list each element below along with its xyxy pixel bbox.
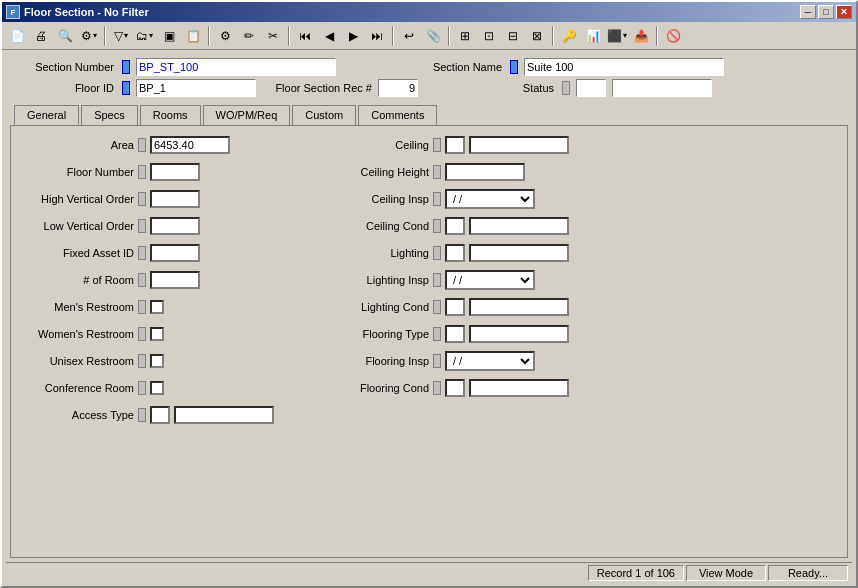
tb-sep-2 <box>208 26 210 46</box>
record-status: Record 1 of 106 <box>588 565 684 581</box>
tb-undo-button[interactable]: ↩ <box>398 25 420 47</box>
tab-general[interactable]: General <box>14 105 79 125</box>
tb-report-button[interactable]: 📊 <box>582 25 604 47</box>
tb-form-button[interactable]: ▣ <box>158 25 180 47</box>
ceiling-insp-select[interactable]: / / <box>445 189 535 209</box>
low-vertical-input[interactable] <box>150 217 200 235</box>
close-button[interactable]: ✕ <box>836 5 852 19</box>
status-input2[interactable] <box>612 79 712 97</box>
tb-edit-button[interactable]: ✏ <box>238 25 260 47</box>
status-input1[interactable] <box>576 79 606 97</box>
ceiling-cond-input1[interactable] <box>445 217 465 235</box>
tb-print-button[interactable]: 🖨 <box>30 25 52 47</box>
area-input[interactable] <box>150 136 230 154</box>
section-number-label: Section Number <box>14 61 114 73</box>
low-vertical-label: Low Vertical Order <box>19 220 134 232</box>
tab-content-general: Area Floor Number High Vertical Order <box>10 125 848 558</box>
form-row-flooring-cond: Flooring Cond <box>314 377 569 399</box>
mens-restroom-checkbox[interactable] <box>150 300 164 314</box>
maximize-button[interactable]: □ <box>818 5 834 19</box>
fixed-asset-input[interactable] <box>150 244 200 262</box>
tb-attach-button[interactable]: 📎 <box>422 25 444 47</box>
ceiling-cond-input2[interactable] <box>469 217 569 235</box>
ceiling-height-indicator <box>433 165 441 179</box>
num-rooms-indicator <box>138 273 146 287</box>
flooring-type-input1[interactable] <box>445 325 465 343</box>
tb-first-button[interactable]: ⏮ <box>294 25 316 47</box>
area-label: Area <box>19 139 134 151</box>
tb-filter-button[interactable]: ▽▾ <box>110 25 132 47</box>
ceiling-input2[interactable] <box>469 136 569 154</box>
status-bar: Record 1 of 106 View Mode Ready... <box>6 562 852 582</box>
ceiling-height-label: Ceiling Height <box>314 166 429 178</box>
low-vertical-indicator <box>138 219 146 233</box>
womens-restroom-indicator <box>138 327 146 341</box>
section-name-label: Section Name <box>402 61 502 73</box>
form-row-conference-room: Conference Room <box>19 377 274 399</box>
tab-custom[interactable]: Custom <box>292 105 356 125</box>
ceiling-input1[interactable] <box>445 136 465 154</box>
tb-grid3-button[interactable]: ⊟ <box>502 25 524 47</box>
form-row-ceiling-cond: Ceiling Cond <box>314 215 569 237</box>
tb-sep-7 <box>656 26 658 46</box>
ceiling-insp-indicator <box>433 192 441 206</box>
tb-new-button[interactable]: 📄 <box>6 25 28 47</box>
form-row-low-vertical: Low Vertical Order <box>19 215 274 237</box>
tb-grid1-button[interactable]: ⊞ <box>454 25 476 47</box>
tb-lock-button[interactable]: 🔑 <box>558 25 580 47</box>
flooring-insp-indicator <box>433 354 441 368</box>
tb-last-button[interactable]: ⏭ <box>366 25 388 47</box>
tb-sep-5 <box>448 26 450 46</box>
access-type-input2[interactable] <box>174 406 274 424</box>
flooring-cond-input1[interactable] <box>445 379 465 397</box>
form-row-ceiling-height: Ceiling Height <box>314 161 569 183</box>
tb-cancel-button[interactable]: 🚫 <box>662 25 684 47</box>
tb-grid4-button[interactable]: ⊠ <box>526 25 548 47</box>
lighting-cond-input2[interactable] <box>469 298 569 316</box>
high-vertical-input[interactable] <box>150 190 200 208</box>
tb-settings-button[interactable]: ⚙ <box>214 25 236 47</box>
tab-comments[interactable]: Comments <box>358 105 437 125</box>
tb-prev-button[interactable]: ◀ <box>318 25 340 47</box>
lighting-input1[interactable] <box>445 244 465 262</box>
tb-grid2-button[interactable]: ⊡ <box>478 25 500 47</box>
lighting-label: Lighting <box>314 247 429 259</box>
tb-export-button[interactable]: 📤 <box>630 25 652 47</box>
tb-view-button[interactable]: 🗂▾ <box>134 25 156 47</box>
ceiling-indicator <box>433 138 441 152</box>
lighting-indicator <box>433 246 441 260</box>
title-bar: F Floor Section - No Filter ─ □ ✕ <box>2 2 856 22</box>
unisex-restroom-checkbox[interactable] <box>150 354 164 368</box>
floor-number-input[interactable] <box>150 163 200 181</box>
flooring-type-input2[interactable] <box>469 325 569 343</box>
ceiling-height-input[interactable] <box>445 163 525 181</box>
tb-find-button[interactable]: 🔍 <box>54 25 76 47</box>
lighting-input2[interactable] <box>469 244 569 262</box>
lighting-cond-input1[interactable] <box>445 298 465 316</box>
tb-more-button[interactable]: ⬛▾ <box>606 25 628 47</box>
tb-cut-button[interactable]: ✂ <box>262 25 284 47</box>
womens-restroom-checkbox[interactable] <box>150 327 164 341</box>
flooring-cond-input2[interactable] <box>469 379 569 397</box>
form-row-mens-restroom: Men's Restroom <box>19 296 274 318</box>
section-number-input[interactable] <box>136 58 336 76</box>
mens-restroom-indicator <box>138 300 146 314</box>
tb-next-button[interactable]: ▶ <box>342 25 364 47</box>
access-type-input1[interactable] <box>150 406 170 424</box>
tb-tools-button[interactable]: ⚙▾ <box>78 25 100 47</box>
num-rooms-input[interactable] <box>150 271 200 289</box>
access-type-label: Access Type <box>19 409 134 421</box>
minimize-button[interactable]: ─ <box>800 5 816 19</box>
tab-specs[interactable]: Specs <box>81 105 138 125</box>
floor-section-rec-input[interactable] <box>378 79 418 97</box>
tb-clipboard-button[interactable]: 📋 <box>182 25 204 47</box>
conference-room-checkbox[interactable] <box>150 381 164 395</box>
flooring-insp-select[interactable]: / / <box>445 351 535 371</box>
tab-wo-pm-req[interactable]: WO/PM/Req <box>203 105 291 125</box>
tab-rooms[interactable]: Rooms <box>140 105 201 125</box>
lighting-insp-select[interactable]: / / <box>445 270 535 290</box>
section-name-input[interactable] <box>524 58 724 76</box>
floor-id-input[interactable] <box>136 79 256 97</box>
floor-id-label: Floor ID <box>14 82 114 94</box>
tabs: General Specs Rooms WO/PM/Req Custom Com… <box>6 101 852 125</box>
